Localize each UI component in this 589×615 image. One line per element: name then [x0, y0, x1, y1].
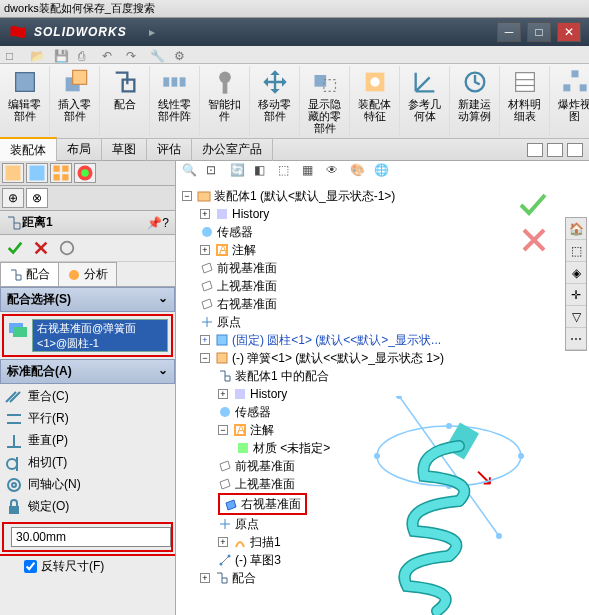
doc-restore-button[interactable] [547, 143, 563, 157]
tree-annotations[interactable]: +A注解 [182, 241, 444, 259]
svg-rect-32 [198, 192, 210, 201]
view-orient-icon[interactable]: ⬚ [278, 163, 296, 181]
svg-rect-8 [314, 75, 326, 87]
tree-history[interactable]: +History [182, 205, 444, 223]
minimize-button[interactable]: ─ [497, 22, 521, 42]
cmd-move-component[interactable]: 移动零部件 [250, 66, 300, 136]
accept-mate-icon[interactable] [517, 191, 549, 217]
doc-minimize-button[interactable] [527, 143, 543, 157]
svg-point-34 [202, 227, 212, 237]
subtab-analyze[interactable]: 分析 [58, 262, 117, 286]
cmd-smart-fastener[interactable]: 智能扣件 [200, 66, 250, 136]
distance-input[interactable] [11, 527, 171, 547]
graphics-view[interactable]: 🔍 ⊡ 🔄 ◧ ⬚ ▦ 👁 🎨 🌐 🏠 ⬚ ◈ ✛ ▽ ⋯ −装配体1 (默认<… [176, 161, 589, 615]
fm-tab-mate[interactable]: ⊗ [26, 188, 48, 208]
tree-root[interactable]: −装配体1 (默认<默认_显示状态-1>) [182, 187, 444, 205]
reject-mate-icon[interactable] [519, 225, 549, 255]
property-title: 距离1 [22, 214, 53, 231]
selection-section-header[interactable]: 配合选择(S)⌄ [0, 287, 175, 312]
cmd-bom[interactable]: 材料明细表 [500, 66, 550, 136]
fm-tab-display[interactable] [74, 163, 96, 183]
subtab-mate[interactable]: 配合 [0, 262, 59, 286]
mate-perpendicular[interactable]: 垂直(P) [0, 430, 175, 452]
tree-spring[interactable]: −(-) 弹簧<1> (默认<<默认>_显示状态 1>) [182, 349, 444, 367]
rotate-icon[interactable]: 🔄 [230, 163, 248, 181]
tree-sensors[interactable]: 传感器 [182, 223, 444, 241]
tree-spring-mates[interactable]: 装配体1 中的配合 [182, 367, 444, 385]
flip-dimension-checkbox[interactable] [24, 560, 37, 573]
solidworks-logo-icon [8, 22, 28, 42]
close-button[interactable]: ✕ [557, 22, 581, 42]
tree-right-plane[interactable]: 右视基准面 [182, 295, 444, 313]
ok-button[interactable] [6, 239, 24, 257]
fm-tab-dim[interactable]: ⊕ [2, 188, 24, 208]
section-icon[interactable]: ◧ [254, 163, 272, 181]
command-ribbon: 编辑零部件 插入零部件 配合 线性零部件阵 智能扣件 移动零部件 显示隐藏的零部… [0, 64, 589, 139]
mate-concentric[interactable]: 同轴心(N) [0, 474, 175, 496]
rt-iso-icon[interactable]: ◈ [566, 262, 586, 284]
open-icon[interactable]: 📂 [30, 49, 42, 61]
selection-highlight: 右视基准面@弹簧面<1>@圆柱-1 [2, 314, 173, 357]
svg-point-11 [370, 77, 379, 86]
cmd-assembly-feature[interactable]: 装配体特征 [350, 66, 400, 136]
tab-sketch[interactable]: 草图 [102, 138, 147, 161]
rt-more-icon[interactable]: ⋯ [566, 328, 586, 350]
tab-evaluate[interactable]: 评估 [147, 138, 192, 161]
rt-view-icon[interactable]: ⬚ [566, 240, 586, 262]
browser-tab-title: dworks装配如何保存_百度搜索 [0, 0, 589, 18]
tab-assembly[interactable]: 装配体 [0, 137, 57, 162]
redo-icon[interactable]: ↷ [126, 49, 138, 61]
spring-model[interactable] [329, 396, 529, 615]
selection-list[interactable]: 右视基准面@弹簧面<1>@圆柱-1 [32, 319, 168, 352]
appearance-icon[interactable]: 🎨 [350, 163, 368, 181]
view-toolbar: 🔍 ⊡ 🔄 ◧ ⬚ ▦ 👁 🎨 🌐 [182, 163, 392, 181]
rt-filter-icon[interactable]: ▽ [566, 306, 586, 328]
undo-icon[interactable]: ↶ [102, 49, 114, 61]
tree-cylinder[interactable]: +(固定) 圆柱<1> (默认<<默认>_显示状... [182, 331, 444, 349]
zoom-fit-icon[interactable]: 🔍 [182, 163, 200, 181]
rebuild-icon[interactable]: 🔧 [150, 49, 162, 61]
rt-axis-icon[interactable]: ✛ [566, 284, 586, 306]
app-titlebar: SOLIDWORKS ▸ ─ □ ✕ [0, 18, 589, 46]
right-toolbar: 🏠 ⬚ ◈ ✛ ▽ ⋯ [565, 217, 587, 351]
save-icon[interactable]: 💾 [54, 49, 66, 61]
cmd-insert-component[interactable]: 插入零部件 [50, 66, 100, 136]
svg-rect-26 [13, 327, 27, 337]
fm-tab-property[interactable] [26, 163, 48, 183]
tree-front-plane[interactable]: 前视基准面 [182, 259, 444, 277]
fm-tab-tree[interactable] [2, 163, 24, 183]
cmd-exploded-view[interactable]: 爆炸视图 [550, 66, 589, 136]
doc-close-button[interactable] [567, 143, 583, 157]
new-icon[interactable]: □ [6, 49, 18, 61]
print-icon[interactable]: ⎙ [78, 49, 90, 61]
cmd-show-hide[interactable]: 显示隐藏的零部件 [300, 66, 350, 136]
mate-tangent[interactable]: 相切(T) [0, 452, 175, 474]
tab-office[interactable]: 办公室产品 [192, 138, 273, 161]
cancel-button[interactable] [32, 239, 50, 257]
maximize-button[interactable]: □ [527, 22, 551, 42]
tree-top-plane[interactable]: 上视基准面 [182, 277, 444, 295]
fm-tab-config[interactable] [50, 163, 72, 183]
pin-icon[interactable]: 📌? [147, 216, 169, 230]
cmd-motion-study[interactable]: 新建运动算例 [450, 66, 500, 136]
hide-show-icon[interactable]: 👁 [326, 163, 344, 181]
rt-home-icon[interactable]: 🏠 [566, 218, 586, 240]
tree-origin[interactable]: 原点 [182, 313, 444, 331]
zoom-area-icon[interactable]: ⊡ [206, 163, 224, 181]
cmd-ref-geometry[interactable]: 参考几何体 [400, 66, 450, 136]
display-style-icon[interactable]: ▦ [302, 163, 320, 181]
scene-icon[interactable]: 🌐 [374, 163, 392, 181]
preview-button[interactable] [58, 239, 76, 257]
command-tabs: 装配体 布局 草图 评估 办公室产品 [0, 139, 589, 161]
cmd-linear-pattern[interactable]: 线性零部件阵 [150, 66, 200, 136]
selection-item[interactable]: 右视基准面@弹簧面<1>@圆柱-1 [33, 320, 167, 351]
mate-parallel[interactable]: 平行(R) [0, 408, 175, 430]
tab-layout[interactable]: 布局 [57, 138, 102, 161]
mate-lock[interactable]: 锁定(O) [0, 496, 175, 518]
mate-icon [6, 215, 22, 231]
mate-coincident[interactable]: 重合(C) [0, 386, 175, 408]
cmd-mate[interactable]: 配合 [100, 66, 150, 136]
cmd-edit-component[interactable]: 编辑零部件 [0, 66, 50, 136]
standard-mates-header[interactable]: 标准配合(A)⌄ [0, 359, 175, 384]
options-icon[interactable]: ⚙ [174, 49, 186, 61]
